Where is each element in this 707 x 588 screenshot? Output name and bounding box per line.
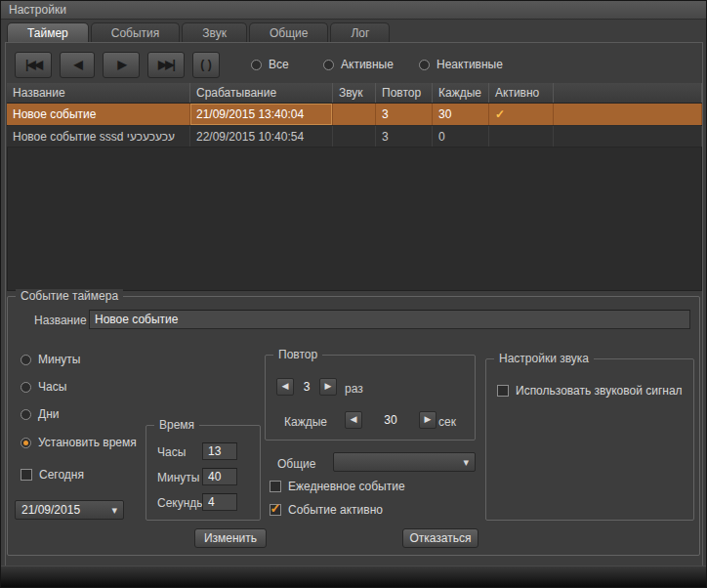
column-header-trigger[interactable]: Срабатывание — [190, 83, 333, 103]
checkbox-icon — [270, 481, 281, 492]
cell-active — [489, 126, 554, 147]
hours-label: Часы — [157, 445, 186, 459]
minutes-label: Минуты — [157, 471, 199, 484]
cell-name: Новое событие sssd עכעכעכעי — [7, 126, 190, 147]
column-header-sound[interactable]: Звук — [333, 83, 376, 103]
refresh-button[interactable]: ( ) — [192, 52, 220, 78]
every-label: Каждые — [284, 415, 327, 429]
spinner-increment-icon[interactable]: ▶ — [419, 411, 437, 429]
radio-icon — [21, 438, 31, 448]
filter-radio-active[interactable]: Активные — [323, 58, 394, 71]
go-last-button[interactable]: ▶▶| — [147, 52, 185, 78]
table-header: Название Срабатывание Звук Повтор Каждые… — [7, 83, 702, 104]
radio-icon — [21, 382, 31, 393]
radio-icon — [419, 60, 430, 70]
tab-sound[interactable]: Звук — [182, 22, 247, 43]
tab-general[interactable]: Общие — [249, 22, 328, 43]
go-first-button[interactable]: |◀◀ — [15, 52, 52, 78]
spinner-value[interactable]: 30 — [362, 413, 419, 427]
filter-radio-all[interactable]: Все — [251, 58, 289, 71]
play-button[interactable]: ▶ — [103, 52, 140, 78]
minutes-input[interactable] — [202, 468, 237, 485]
table-row-selected[interactable]: Новое событие 21/09/2015 13:40:04 3 30 ✓ — [7, 104, 702, 125]
tab-events[interactable]: События — [91, 22, 181, 43]
column-header-every[interactable]: Каждые — [433, 83, 489, 103]
tab-label: Лог — [351, 26, 369, 40]
column-header-name[interactable]: Название — [7, 83, 190, 103]
go-previous-button[interactable]: ◀ — [60, 52, 95, 78]
general-label: Общие — [277, 457, 315, 471]
name-label: Название — [34, 314, 87, 327]
repeat-count-spinner: ◀ 3 ▶ — [276, 378, 337, 396]
cell-repeat: 3 — [376, 104, 433, 125]
checkbox-label: Использовать звуковой сигнал — [516, 384, 683, 398]
checkbox-label: Ежедневное событие — [288, 480, 405, 493]
column-header-repeat[interactable]: Повтор — [376, 83, 433, 103]
settings-window: Настройки Таймер События Звук Общие Лог … — [0, 0, 707, 588]
spinner-decrement-icon[interactable]: ◀ — [345, 411, 362, 429]
mode-radio-set-time[interactable]: Установить время — [21, 436, 137, 449]
date-dropdown[interactable]: 21/09/2015 ▾ — [15, 500, 124, 520]
mode-radio-minutes[interactable]: Минуты — [21, 353, 80, 366]
group-title: Настройки звука — [494, 352, 594, 365]
mode-radio-days[interactable]: Дни — [21, 407, 59, 421]
column-header-filler — [554, 83, 702, 103]
checkbox-checked-icon: ✓ — [270, 504, 281, 516]
filter-radio-inactive[interactable]: Неактивные — [419, 58, 503, 71]
cell-every: 0 — [433, 126, 489, 147]
spinner-decrement-icon[interactable]: ◀ — [276, 378, 294, 396]
chevron-down-icon: ▾ — [463, 456, 469, 469]
cell-every: 30 — [433, 104, 489, 125]
play-icon: ▶ — [117, 58, 124, 71]
tab-label: События — [111, 26, 160, 40]
radio-label: Неактивные — [437, 58, 503, 71]
radio-icon — [251, 60, 262, 70]
chevron-down-icon: ▾ — [111, 504, 117, 517]
radio-label: Часы — [38, 380, 66, 394]
radio-label: Все — [269, 58, 289, 71]
tab-timer[interactable]: Таймер — [7, 22, 89, 43]
today-checkbox[interactable]: Сегодня — [21, 468, 84, 482]
general-dropdown[interactable]: ▾ — [333, 452, 476, 472]
spinner-value[interactable]: 3 — [294, 380, 319, 394]
edit-button[interactable]: Изменить — [194, 528, 267, 548]
tab-label: Общие — [270, 26, 308, 40]
group-title: Повтор — [273, 348, 322, 361]
checkbox-icon — [497, 385, 509, 397]
use-sound-checkbox[interactable]: Использовать звуковой сигнал — [497, 384, 683, 398]
column-header-active[interactable]: Активно — [489, 83, 554, 103]
cell-filler — [554, 104, 702, 125]
radio-label: Установить время — [38, 436, 137, 449]
hours-input[interactable] — [202, 442, 237, 460]
title-bar[interactable]: Настройки — [1, 1, 706, 20]
previous-icon: ◀ — [73, 58, 80, 71]
radio-label: Минуты — [38, 353, 80, 366]
tab-log[interactable]: Лог — [330, 22, 390, 43]
cancel-button[interactable]: Отказаться — [402, 528, 478, 548]
cell-trigger: 21/09/2015 13:40:04 — [190, 104, 333, 125]
refresh-icon: ( ) — [200, 58, 211, 71]
every-unit-label: сек — [438, 415, 456, 429]
mode-radio-hours[interactable]: Часы — [21, 380, 66, 394]
spinner-increment-icon[interactable]: ▶ — [319, 378, 337, 396]
cell-sound — [333, 104, 376, 125]
table-row[interactable]: Новое событие sssd עכעכעכעי 22/09/2015 1… — [7, 126, 702, 147]
cell-sound — [333, 126, 376, 147]
skip-last-icon: ▶▶| — [158, 58, 174, 71]
cell-active: ✓ — [489, 104, 554, 125]
event-active-checkbox[interactable]: ✓ Событие активно — [270, 503, 383, 517]
window-title: Настройки — [9, 3, 66, 17]
seconds-input[interactable] — [202, 493, 237, 511]
sound-settings-group: Настройки звука — [485, 358, 694, 521]
cell-repeat: 3 — [376, 126, 433, 147]
status-bar — [1, 566, 706, 587]
checkbox-icon — [21, 469, 32, 481]
daily-event-checkbox[interactable]: Ежедневное событие — [270, 480, 405, 493]
checkbox-label: Событие активно — [288, 503, 383, 517]
radio-icon — [21, 409, 31, 420]
tab-label: Звук — [202, 26, 227, 40]
radio-label: Активные — [341, 58, 394, 71]
event-name-input[interactable] — [89, 310, 690, 329]
tab-label: Таймер — [27, 26, 68, 40]
every-spinner: ◀ 30 ▶ — [345, 411, 437, 429]
